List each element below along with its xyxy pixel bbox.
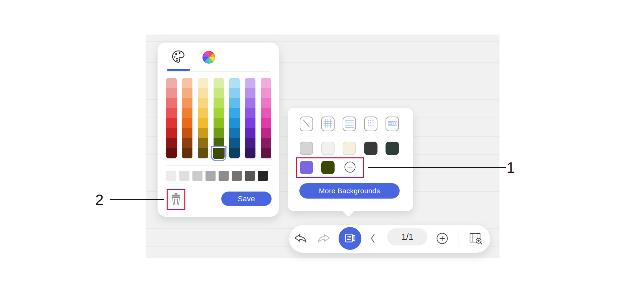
background-settings-button[interactable] <box>339 227 361 250</box>
color-swatch-pink-7[interactable] <box>261 138 271 148</box>
gray-swatch-8[interactable] <box>258 171 268 181</box>
color-swatch-orange-7[interactable] <box>182 138 192 148</box>
save-button[interactable]: Save <box>221 192 272 206</box>
annotation-box-1 <box>296 157 364 178</box>
bottom-toolbar: 1/1 <box>289 225 490 253</box>
color-swatch-orange-1[interactable] <box>182 78 192 88</box>
color-swatch-blue-8[interactable] <box>229 148 240 158</box>
gray-swatch-3[interactable] <box>192 171 202 181</box>
background-pattern-none[interactable] <box>300 117 313 131</box>
color-swatch-blue-4[interactable] <box>229 108 240 118</box>
pattern-none-icon <box>301 117 312 131</box>
palette-column-orange <box>182 78 192 158</box>
gray-swatch-1[interactable] <box>166 171 176 181</box>
color-swatch-red-7[interactable] <box>166 138 177 148</box>
background-pattern-mesh[interactable] <box>386 117 399 131</box>
page-overview-button[interactable] <box>467 231 484 247</box>
color-swatch-blue-3[interactable] <box>229 98 240 108</box>
gray-swatch-5[interactable] <box>219 171 229 181</box>
tab-palette[interactable] <box>171 49 185 65</box>
color-swatch-orange-2[interactable] <box>182 88 192 98</box>
color-swatch-blue-5[interactable] <box>229 118 240 128</box>
color-swatch-purple-6[interactable] <box>245 128 255 138</box>
background-pattern-dots[interactable] <box>364 117 377 131</box>
color-swatch-red-4[interactable] <box>166 108 177 118</box>
color-swatch-pink-4[interactable] <box>261 108 271 118</box>
gray-swatch-7[interactable] <box>245 171 255 181</box>
color-swatch-red-1[interactable] <box>166 78 177 88</box>
color-swatch-orange-8[interactable] <box>182 148 192 158</box>
color-swatch-yellow-2[interactable] <box>198 88 208 98</box>
color-swatch-green-4[interactable] <box>214 108 224 118</box>
color-swatch-orange-3[interactable] <box>182 98 192 108</box>
add-page-button[interactable] <box>435 232 449 245</box>
background-settings-icon <box>344 232 356 245</box>
color-swatch-green-2[interactable] <box>214 88 224 98</box>
gray-swatch-4[interactable] <box>206 171 216 181</box>
color-swatch-blue-6[interactable] <box>229 128 240 138</box>
color-swatch-pink-2[interactable] <box>261 88 271 98</box>
color-swatch-red-2[interactable] <box>166 88 177 98</box>
tab-color-wheel[interactable] <box>202 51 215 64</box>
palette-column-yellow <box>198 78 208 158</box>
background-color-swatch-5[interactable] <box>386 142 399 155</box>
color-swatch-red-8[interactable] <box>166 148 177 158</box>
pattern-grid-icon <box>322 117 334 131</box>
color-swatch-purple-8[interactable] <box>245 148 255 158</box>
color-swatch-yellow-4[interactable] <box>198 108 208 118</box>
color-swatch-yellow-5[interactable] <box>198 118 208 128</box>
background-color-swatch-1[interactable] <box>300 142 313 155</box>
color-swatch-purple-5[interactable] <box>245 118 255 128</box>
color-swatch-yellow-8[interactable] <box>198 148 208 158</box>
color-swatch-yellow-7[interactable] <box>198 138 208 148</box>
color-swatch-green-6[interactable] <box>214 128 224 138</box>
background-color-swatch-3[interactable] <box>343 142 356 155</box>
background-settings-panel: More Backgrounds <box>288 108 413 211</box>
color-swatch-green-3[interactable] <box>214 98 224 108</box>
color-swatch-pink-1[interactable] <box>261 78 271 88</box>
color-swatch-red-5[interactable] <box>166 118 177 128</box>
color-swatch-yellow-6[interactable] <box>198 128 208 138</box>
color-swatch-blue-2[interactable] <box>229 88 240 98</box>
color-swatch-purple-7[interactable] <box>245 138 255 148</box>
background-color-swatch-2[interactable] <box>321 142 335 155</box>
color-swatch-orange-4[interactable] <box>182 108 192 118</box>
pattern-lines-icon <box>344 117 355 131</box>
background-color-swatch-4[interactable] <box>364 142 377 155</box>
gray-swatch-2[interactable] <box>179 171 189 181</box>
color-swatch-green-7[interactable] <box>214 138 224 148</box>
callout-line-2 <box>110 199 164 200</box>
color-swatch-purple-3[interactable] <box>245 98 255 108</box>
page-overview-zoom-icon <box>468 231 483 247</box>
color-swatch-purple-2[interactable] <box>245 88 255 98</box>
color-swatch-pink-3[interactable] <box>261 98 271 108</box>
pattern-mesh-icon <box>387 117 398 131</box>
page-indicator: 1/1 <box>387 228 427 245</box>
color-swatch-blue-7[interactable] <box>229 138 240 148</box>
color-swatch-red-6[interactable] <box>166 128 177 138</box>
color-swatch-yellow-3[interactable] <box>198 98 208 108</box>
color-swatch-purple-1[interactable] <box>245 78 255 88</box>
color-swatch-yellow-1[interactable] <box>198 78 208 88</box>
color-swatch-purple-4[interactable] <box>245 108 255 118</box>
previous-page-button[interactable] <box>368 233 377 244</box>
color-swatch-pink-6[interactable] <box>261 128 271 138</box>
pattern-dots-icon <box>365 117 376 131</box>
color-swatch-orange-5[interactable] <box>182 118 192 128</box>
color-swatch-green-8[interactable] <box>213 148 225 159</box>
color-swatch-red-3[interactable] <box>166 98 177 108</box>
color-swatch-green-1[interactable] <box>214 78 224 88</box>
color-swatch-blue-1[interactable] <box>229 78 240 88</box>
color-swatch-green-5[interactable] <box>214 118 224 128</box>
background-pattern-grid[interactable] <box>321 117 335 131</box>
color-swatch-pink-5[interactable] <box>261 118 271 128</box>
undo-button[interactable] <box>293 231 308 246</box>
color-swatch-pink-8[interactable] <box>261 148 271 158</box>
more-backgrounds-button[interactable]: More Backgrounds <box>299 183 400 199</box>
background-pattern-lines[interactable] <box>343 117 356 131</box>
delete-color-button[interactable] <box>170 193 182 207</box>
color-swatch-orange-6[interactable] <box>182 128 192 138</box>
redo-button[interactable] <box>316 231 331 246</box>
callout-label-2: 2 <box>95 192 104 207</box>
gray-swatch-6[interactable] <box>232 171 242 181</box>
